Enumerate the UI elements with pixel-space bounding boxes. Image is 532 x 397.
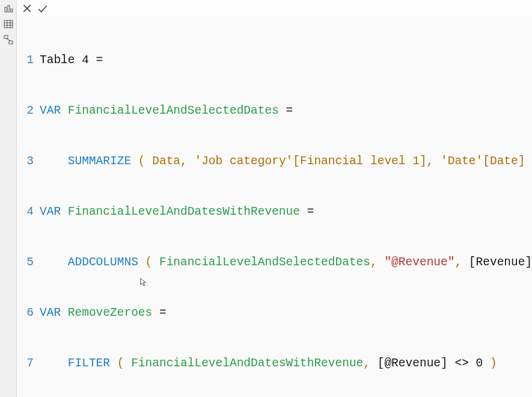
svg-rect-0 [5, 7, 7, 12]
cancel-icon[interactable] [22, 3, 32, 14]
dax-editor[interactable]: 1Table 4 = 2VAR FinancialLevelAndSelecte… [17, 17, 532, 397]
line-number: 1 [19, 52, 40, 69]
svg-rect-3 [4, 20, 13, 28]
code-text: Table 4 = [40, 52, 532, 69]
data-view-icon[interactable] [4, 19, 13, 29]
view-rail [0, 0, 17, 397]
line-number: 5 [19, 254, 40, 271]
line-number: 3 [19, 153, 40, 170]
line-number: 7 [19, 355, 40, 372]
svg-rect-8 [4, 35, 8, 38]
line-number: 6 [19, 304, 40, 321]
formula-bar-toolbar [17, 0, 532, 17]
line-number: 4 [19, 203, 40, 220]
svg-rect-1 [8, 5, 10, 12]
report-view-icon[interactable] [4, 4, 13, 13]
svg-rect-9 [9, 41, 13, 44]
line-number: 2 [19, 102, 40, 119]
svg-line-10 [6, 38, 11, 41]
svg-rect-2 [11, 9, 13, 12]
model-view-icon[interactable] [4, 35, 13, 45]
commit-icon[interactable] [37, 3, 48, 14]
